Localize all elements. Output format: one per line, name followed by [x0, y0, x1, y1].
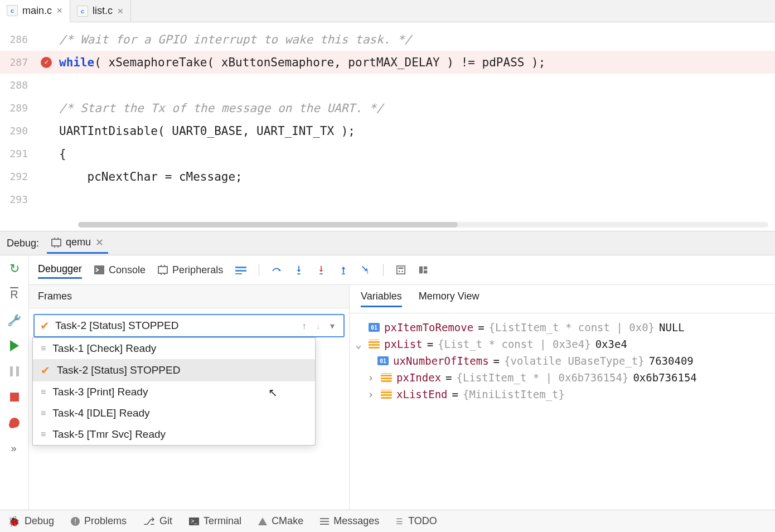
variables-tab[interactable]: Variables [361, 291, 402, 307]
horizontal-scrollbar[interactable] [78, 222, 768, 228]
chip-icon [158, 266, 168, 274]
bottom-problems[interactable]: !Problems [71, 515, 127, 527]
bottom-cmake[interactable]: CMake [258, 515, 303, 527]
svg-rect-3 [235, 273, 242, 274]
debugger-toolbar: Debugger Console Peripherals I [29, 255, 775, 285]
var-type: {ListItem_t * | 0x6b736154} [457, 371, 629, 384]
var-name: xListEnd [396, 388, 448, 400]
step-over-icon[interactable] [272, 265, 282, 275]
todo-icon: ☰ [396, 517, 404, 526]
debug-session-tab[interactable]: qemu ✕ [47, 233, 108, 254]
collapse-icon[interactable]: ⌄ [353, 338, 364, 350]
var-name: pxIndex [396, 371, 441, 384]
code-text: { [59, 147, 66, 161]
peripherals-tab[interactable]: Peripherals [158, 262, 223, 278]
terminal-icon: >_ [189, 518, 199, 525]
var-name: pxList [384, 338, 423, 350]
tab-label: list.c [93, 5, 113, 17]
breakpoints-button[interactable] [8, 416, 21, 429]
step-into-icon[interactable] [294, 265, 304, 275]
close-icon[interactable]: ✕ [117, 7, 124, 16]
svg-rect-8 [397, 266, 405, 274]
frame-option[interactable]: ≡Task-3 [Print] Ready [33, 381, 315, 403]
pause-button[interactable] [8, 365, 21, 378]
svg-point-11 [402, 270, 404, 272]
evaluate-icon[interactable] [396, 265, 406, 275]
frame-option[interactable]: ≡Task-1 [Check] Ready [33, 338, 315, 359]
breakpoint-gutter[interactable] [33, 22, 59, 219]
more-button[interactable]: » [8, 442, 21, 455]
stack-icon: ≡ [41, 429, 46, 439]
code-area[interactable]: /* Wait for a GPIO interrupt to wake thi… [59, 22, 775, 219]
layout-button[interactable] [235, 263, 246, 277]
frame-option[interactable]: ≡Task-4 [IDLE] Ready [33, 403, 315, 424]
close-icon[interactable]: ✕ [95, 236, 104, 249]
var-name: pxItemToRemove [384, 321, 473, 333]
variables-panel: Variables Memory View 01 pxItemToRemove … [350, 285, 775, 510]
next-frame-icon: ↓ [313, 321, 324, 331]
memory-view-tab[interactable]: Memory View [419, 291, 479, 307]
tab-label: main.c [22, 5, 52, 17]
variables-tree[interactable]: 01 pxItemToRemove = {ListItem_t * const … [350, 313, 775, 408]
bottom-git[interactable]: ⎇Git [143, 515, 172, 528]
bottom-toolbar: 🐞Debug !Problems ⎇Git >_Terminal CMake M… [0, 510, 775, 532]
run-to-cursor-icon[interactable]: I [361, 265, 371, 275]
keyword: while [59, 56, 94, 69]
code-comment: /* Wait for a GPIO interrupt to wake thi… [59, 33, 411, 46]
reset-button[interactable]: R [8, 288, 21, 301]
var-type: {ListItem_t * const | 0x0} [489, 321, 655, 333]
var-type: {List_t * const | 0x3e4} [438, 338, 591, 350]
frame-option[interactable]: ≡Task-5 [Tmr Svc] Ready [33, 424, 315, 445]
prev-frame-icon[interactable]: ↑ [298, 321, 309, 331]
bottom-messages[interactable]: Messages [320, 515, 379, 527]
resume-button[interactable] [8, 339, 21, 352]
branch-icon: ⎇ [143, 515, 155, 528]
svg-rect-12 [419, 267, 423, 274]
breakpoint-icon[interactable] [41, 57, 52, 68]
stop-button[interactable] [8, 390, 21, 404]
var-value: 0x6b736154 [633, 371, 696, 384]
selected-frame: Task-2 [Status] STOPPED [55, 320, 178, 332]
check-icon: ✔ [41, 364, 50, 377]
bottom-terminal[interactable]: >_Terminal [189, 515, 241, 527]
var-value: 0x3e4 [595, 338, 627, 350]
bottom-debug[interactable]: 🐞Debug [8, 515, 54, 528]
rerun-button[interactable]: ↻ [8, 262, 21, 275]
settings-button[interactable]: 🔧 [8, 313, 21, 327]
chevron-down-icon[interactable]: ▾ [327, 321, 338, 331]
expand-icon[interactable]: › [365, 371, 376, 384]
var-type: {MiniListItem_t} [463, 388, 565, 400]
step-out-icon[interactable] [338, 265, 348, 275]
force-step-into-icon[interactable] [316, 265, 326, 275]
console-tab[interactable]: Console [94, 262, 146, 278]
session-name: qemu [66, 236, 91, 248]
frames-dropdown[interactable]: ✔ Task-2 [Status] STOPPED ↑ ↓ ▾ [33, 314, 345, 337]
c-file-icon: c [77, 6, 88, 17]
expand-icon[interactable]: › [365, 388, 376, 400]
scrollbar-thumb[interactable] [78, 222, 458, 228]
frames-popup: ≡Task-1 [Check] Ready ✔Task-2 [Status] S… [32, 337, 316, 446]
c-file-icon: c [7, 5, 18, 16]
frame-option[interactable]: ✔Task-2 [Status] STOPPED [33, 359, 315, 381]
var-name: uxNumberOfItems [393, 355, 489, 367]
svg-text:I: I [367, 269, 369, 275]
close-icon[interactable]: ✕ [56, 6, 63, 15]
line-gutter: 286 287 288 289 290 291 292 293 [0, 22, 33, 219]
tab-list-c[interactable]: c list.c ✕ [70, 0, 131, 22]
svg-rect-9 [399, 268, 404, 269]
tab-main-c[interactable]: c main.c ✕ [0, 0, 70, 22]
bottom-todo[interactable]: ☰TODO [396, 515, 437, 527]
code-comment: /* Start the Tx of the message on the UA… [59, 101, 384, 115]
svg-rect-2 [235, 270, 246, 272]
var-icon: 01 [377, 356, 389, 365]
svg-rect-4 [297, 273, 300, 274]
cmake-icon [258, 518, 267, 525]
view-mode-icon[interactable] [418, 265, 428, 275]
debug-panel: ↻ R 🔧 » Debugger Console Peripherals [0, 255, 775, 510]
var-type: {volatile UBaseType_t} [504, 355, 645, 367]
stack-icon: ≡ [41, 408, 46, 418]
code-editor[interactable]: 286 287 288 289 290 291 292 293 /* Wait … [0, 22, 775, 219]
debugger-tab[interactable]: Debugger [38, 261, 82, 279]
messages-icon [320, 518, 329, 525]
code-text: pcNextChar = cMessage; [59, 170, 243, 183]
